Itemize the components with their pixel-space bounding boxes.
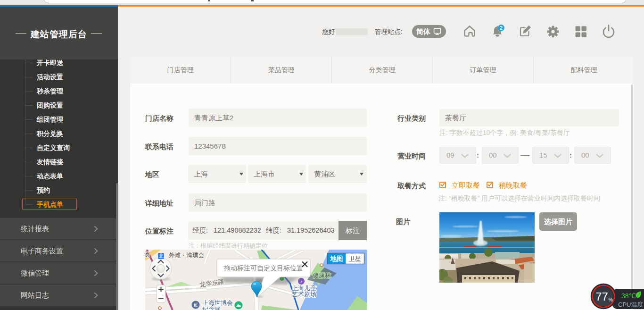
svg-text:♪: ♪ [300, 279, 303, 284]
svg-text:艺术剧场: 艺术剧场 [292, 291, 316, 298]
svg-text:场: 场 [145, 251, 149, 258]
svg-text:上海世博会: 上海世博会 [202, 299, 233, 306]
svg-text:%: % [609, 297, 613, 302]
svg-text:纪念展: 纪念展 [202, 306, 221, 310]
svg-text:2: 2 [500, 25, 503, 31]
svg-text:北: 北 [159, 253, 164, 259]
svg-text:健康林: 健康林 [313, 272, 331, 279]
svg-text:77: 77 [595, 291, 608, 303]
svg-text:外滩・湾璞会: 外滩・湾璞会 [169, 252, 204, 259]
svg-text:拖动标注可自定义目标位置: 拖动标注可自定义目标位置 [223, 264, 303, 272]
svg-text:地图: 地图 [330, 255, 343, 262]
svg-text:卫星: 卫星 [349, 255, 362, 262]
